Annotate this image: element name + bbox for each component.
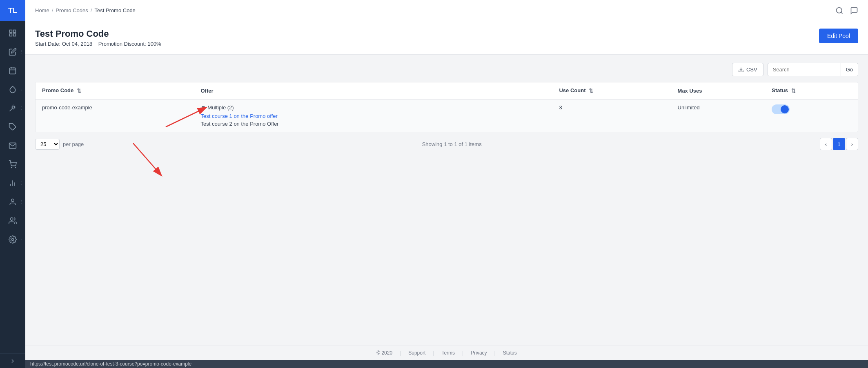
sidebar-item-group[interactable] [0, 211, 25, 230]
discount-value: 100% [147, 41, 161, 47]
footer-sep-3: | [462, 350, 463, 356]
sidebar-dots-6: ⋮ [20, 237, 24, 242]
start-date-label: Start Date: [35, 41, 60, 47]
svg-point-8 [13, 106, 15, 108]
th-status[interactable]: Status ⇅ [765, 82, 858, 99]
sidebar-expand-btn[interactable] [0, 353, 25, 368]
footer-sep-1: | [400, 350, 401, 356]
footer-link-support[interactable]: Support [408, 350, 425, 356]
offer-link-1[interactable]: Test course 1 on the Promo offer [200, 113, 546, 119]
status-toggle[interactable] [772, 104, 790, 114]
th-offer: Offer [194, 82, 552, 99]
svg-line-19 [841, 12, 843, 13]
breadcrumb-sep-1: / [52, 7, 53, 13]
th-promo-code[interactable]: Promo Code ⇅ [36, 82, 194, 99]
page-next-button[interactable]: › [846, 138, 858, 150]
footer-sep-2: | [433, 350, 434, 356]
page-title: Test Promo Code [35, 29, 161, 39]
search-input[interactable] [768, 63, 841, 76]
sidebar-item-droplet[interactable]: ⋮ [0, 80, 25, 99]
showing-text: Showing 1 to 1 of 1 items [422, 141, 482, 147]
sidebar-item-email[interactable] [0, 136, 25, 155]
sidebar-item-settings[interactable]: ⋮ [0, 230, 25, 249]
offer-multiple-text: Multiple (2) [207, 104, 234, 111]
svg-rect-0 [10, 30, 12, 33]
search-container: Go [768, 63, 858, 76]
sidebar-item-edit[interactable]: ⋮ [0, 42, 25, 61]
use-count-value: 3 [559, 104, 562, 111]
statusbar: https://test.promocode.url/clone-of-test… [25, 360, 868, 368]
svg-point-18 [837, 7, 842, 13]
offer-multiple-label: ▼ Multiple (2) [200, 104, 546, 111]
pagination-bar: 25 50 100 per page Showing 1 to 1 of 1 i… [35, 138, 858, 150]
page-header: Test Promo Code Start Date: Oct 04, 2018… [25, 21, 868, 55]
promo-codes-table: Promo Code ⇅ Offer Use Count ⇅ [36, 82, 858, 132]
sidebar: TL ⋮ ⋮ ⋮ ⋮ [0, 0, 25, 368]
td-max-uses: Unlimited [671, 99, 766, 132]
sort-icon-promo-code: ⇅ [77, 88, 81, 94]
sidebar-logo[interactable]: TL [0, 0, 25, 21]
td-status[interactable] [765, 99, 858, 132]
td-use-count: 3 [552, 99, 671, 132]
data-table: Promo Code ⇅ Offer Use Count ⇅ [35, 82, 858, 132]
td-promo-code: promo-code-example [36, 99, 194, 132]
triangle-icon: ▼ [200, 104, 206, 111]
svg-point-10 [11, 167, 12, 168]
footer-sep-4: | [494, 350, 496, 356]
topbar-icons [835, 7, 858, 15]
sort-icon-use-count: ⇅ [589, 88, 593, 94]
go-button[interactable]: Go [841, 63, 858, 76]
page-1-button[interactable]: 1 [833, 138, 845, 150]
logo-text: TL [8, 7, 17, 15]
message-icon[interactable] [850, 7, 858, 15]
toggle-thumb [781, 105, 789, 113]
per-page-select[interactable]: 25 50 100 [35, 139, 60, 150]
th-status-label: Status [772, 87, 788, 93]
page-prev-button[interactable]: ‹ [820, 138, 832, 150]
start-date-value: Oct 04, 2018 [62, 41, 92, 47]
sidebar-item-chart[interactable]: ⋮ [0, 174, 25, 193]
offer-text-2: Test course 2 on the Promo Offer [200, 121, 278, 127]
edit-pool-button[interactable]: Edit Pool [819, 29, 858, 43]
sort-icon-status: ⇅ [791, 88, 796, 94]
sidebar-nav: ⋮ ⋮ ⋮ ⋮ ⋮ [0, 21, 25, 368]
sidebar-item-person[interactable]: ⋮ [0, 193, 25, 211]
th-promo-code-label: Promo Code [42, 87, 73, 93]
svg-point-11 [15, 167, 16, 168]
discount-label: Promotion Discount: [98, 41, 146, 47]
th-offer-label: Offer [200, 88, 213, 94]
main-content: Home / Promo Codes / Test Promo Code Tes… [25, 0, 868, 368]
sidebar-item-calendar[interactable] [0, 61, 25, 80]
per-page-label: per page [63, 141, 84, 147]
table-wrapper: Promo Code ⇅ Offer Use Count ⇅ [35, 82, 858, 132]
csv-button[interactable]: CSV [732, 63, 763, 76]
sidebar-item-tag[interactable] [0, 117, 25, 136]
breadcrumb-sep-2: / [91, 7, 92, 13]
search-icon[interactable] [835, 7, 844, 15]
download-icon [738, 67, 744, 73]
sidebar-item-magic[interactable]: ⋮ [0, 99, 25, 117]
svg-rect-1 [13, 30, 16, 33]
sidebar-item-cart[interactable] [0, 155, 25, 174]
toolbar: CSV Go [35, 63, 858, 76]
sidebar-dots-4: ⋮ [20, 181, 24, 185]
footer-link-terms[interactable]: Terms [441, 350, 455, 356]
th-use-count[interactable]: Use Count ⇅ [552, 82, 671, 99]
breadcrumb-current: Test Promo Code [94, 7, 135, 13]
svg-rect-3 [13, 34, 16, 36]
footer-link-privacy[interactable]: Privacy [471, 350, 487, 356]
topbar: Home / Promo Codes / Test Promo Code [25, 0, 868, 21]
td-offer: ▼ Multiple (2) Test course 1 on the Prom… [194, 99, 552, 132]
th-max-uses: Max Uses [671, 82, 766, 99]
svg-point-17 [12, 239, 14, 241]
breadcrumb-promo-codes[interactable]: Promo Codes [56, 7, 88, 13]
sidebar-dots-2: ⋮ [20, 87, 24, 91]
sidebar-dots-3: ⋮ [20, 106, 24, 110]
breadcrumb-home[interactable]: Home [35, 7, 49, 13]
csv-label: CSV [746, 67, 757, 73]
toggle-track [772, 104, 790, 114]
footer-link-status[interactable]: Status [503, 350, 517, 356]
svg-point-15 [11, 199, 14, 202]
sidebar-item-dashboard[interactable] [0, 24, 25, 42]
content-area: CSV Go Promo Code ⇅ [25, 55, 868, 346]
